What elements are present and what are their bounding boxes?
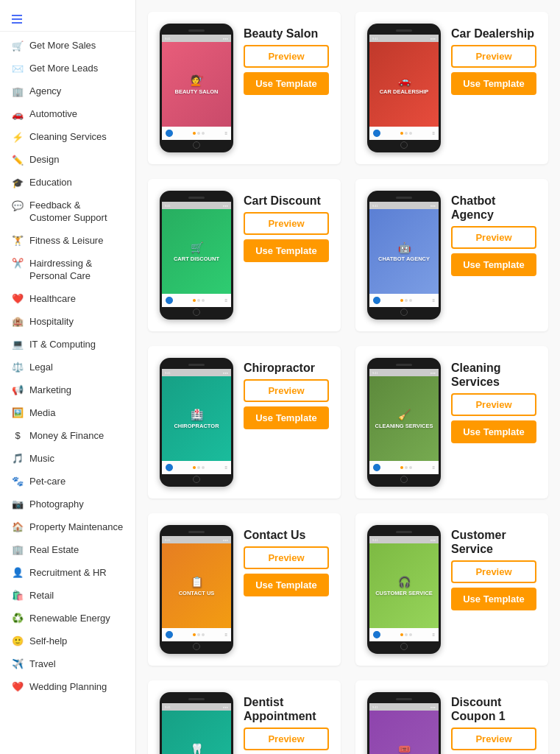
sidebar-item-feedback[interactable]: 💬 Feedback & Customer Support	[0, 194, 135, 230]
card-title-contact-us: Contact Us	[244, 528, 329, 542]
sidebar-item-get-more-leads[interactable]: ✉️ Get More Leads	[0, 57, 135, 80]
preview-button-beauty-salon[interactable]: Preview	[244, 45, 329, 68]
phone-speaker	[396, 364, 412, 366]
sidebar-item-music[interactable]: 🎵 Music	[0, 448, 135, 471]
use-template-button-customer-service[interactable]: Use Template	[451, 588, 536, 610]
phone-screen-chatbot-agency: 9:41 ●●● 🤖 CHATBOT AGENCY 👤 ≡	[369, 202, 439, 307]
sidebar-icon-media: 🖼️	[12, 408, 24, 420]
card-title-cart-discount: Cart Discount	[244, 194, 329, 208]
preview-button-chiropractor[interactable]: Preview	[244, 379, 329, 402]
sidebar-icon-recruitment: 👤	[12, 568, 24, 579]
sidebar-item-legal[interactable]: ⚖️ Legal	[0, 356, 135, 379]
use-template-button-cart-discount[interactable]: Use Template	[244, 239, 329, 262]
sidebar-icon-education: 🎓	[12, 177, 24, 189]
sidebar-item-education[interactable]: 🎓 Education	[0, 172, 135, 194]
sidebar-item-marketing[interactable]: 📢 Marketing	[0, 379, 135, 402]
sidebar-item-cleaning-services[interactable]: ⚡ Cleaning Services	[0, 126, 135, 149]
phone-screen-car-dealership: 9:41 ●●● 🚗 CAR DEALERSHIP 👤 ≡	[369, 35, 439, 140]
hero-icon-discount-coupon: 🎟️	[398, 743, 411, 755]
sidebar-label-music: Music	[29, 453, 54, 465]
phone-screen-header: 9:41 ●●●	[162, 35, 231, 42]
sidebar-item-healthcare[interactable]: ❤️ Healthcare	[0, 288, 135, 311]
hero-icon-cart-discount: 🛒	[191, 242, 203, 253]
sidebar-item-retail[interactable]: 🛍️ Retail	[0, 585, 135, 607]
preview-button-car-dealership[interactable]: Preview	[451, 45, 536, 68]
hero-icon-cleaning-services: 🧹	[398, 409, 411, 420]
sidebar-item-media[interactable]: 🖼️ Media	[0, 402, 135, 425]
use-template-button-beauty-salon[interactable]: Use Template	[244, 72, 329, 95]
phone-bottom-bar	[369, 474, 439, 485]
preview-button-dentist-appointment[interactable]: Preview	[244, 727, 329, 750]
card-title-car-dealership: Car Dealership	[451, 27, 536, 40]
sidebar-item-hospitality[interactable]: 🏨 Hospitality	[0, 311, 135, 334]
sidebar-item-renewable[interactable]: ♻️ Renewable Energy	[0, 607, 135, 630]
sidebar-item-self-help[interactable]: 🙂 Self-help	[0, 630, 135, 653]
hero-text-customer-service: CUSTOMER SERVICE	[375, 590, 433, 596]
sidebar-item-pet-care[interactable]: 🐾 Pet-care	[0, 471, 135, 493]
template-card-chiropractor: 9:41 ●●● 🏥 CHIROPRACTOR 👤 ≡	[148, 346, 341, 498]
preview-button-cleaning-services[interactable]: Preview	[451, 393, 536, 416]
sidebar-label-fitness: Fitness & Leisure	[29, 235, 103, 247]
sidebar-icon-photography: 📷	[12, 499, 24, 511]
sidebar-icon-get-more-sales: 🛒	[12, 40, 24, 52]
sidebar-label-travel: Travel	[29, 658, 56, 671]
sidebar-item-wedding[interactable]: ❤️ Wedding Planning	[0, 676, 135, 699]
sidebar-label-education: Education	[29, 177, 72, 189]
phone-footer-cart-discount: 👤 ≡	[162, 294, 231, 307]
phone-top-bar	[369, 360, 439, 369]
phone-screen-header: 9:41 ●●●	[369, 536, 439, 543]
sidebar-icon-marketing: 📢	[12, 385, 24, 397]
hero-text-car-dealership: CAR DEALERSHIP	[380, 88, 429, 95]
sidebar-item-property[interactable]: 🏠 Property Maintenance	[0, 516, 135, 539]
card-info-cart-discount: Cart Discount Preview Use Template	[244, 191, 329, 262]
sidebar-all-item[interactable]	[0, 7, 135, 32]
sidebar-item-photography[interactable]: 📷 Photography	[0, 493, 135, 516]
phone-screen-beauty-salon: 9:41 ●●● 💇 BEAUTY SALON 👤 ≡	[162, 35, 231, 140]
use-template-button-contact-us[interactable]: Use Template	[244, 574, 329, 596]
sidebar-item-agency[interactable]: 🏢 Agency	[0, 80, 135, 103]
use-template-button-chiropractor[interactable]: Use Template	[244, 406, 329, 429]
phone-dots-contact-us	[193, 633, 205, 636]
sidebar-icon-retail: 🛍️	[12, 591, 24, 602]
preview-button-chatbot-agency[interactable]: Preview	[451, 226, 536, 249]
phone-speaker	[396, 197, 412, 199]
phone-top-bar	[162, 26, 231, 35]
use-template-button-car-dealership[interactable]: Use Template	[451, 72, 536, 95]
phone-screen-chiropractor: 9:41 ●●● 🏥 CHIROPRACTOR 👤 ≡	[162, 369, 231, 474]
preview-button-discount-coupon[interactable]: Preview	[451, 727, 536, 750]
phone-avatar-contact-us: 👤	[166, 631, 173, 638]
sidebar-item-travel[interactable]: ✈️ Travel	[0, 653, 135, 676]
phone-footer-chiropractor: 👤 ≡	[162, 461, 231, 474]
phone-avatar-cart-discount: 👤	[166, 297, 173, 304]
phone-mockup-discount-coupon: 9:41 ●●● 🎟️ DISCOUNT COUPON 👤 ≡	[367, 692, 441, 754]
sidebar-item-design[interactable]: ✏️ Design	[0, 149, 135, 172]
sidebar-label-hospitality: Hospitality	[29, 316, 74, 328]
sidebar-label-real-estate: Real Estate	[29, 544, 79, 557]
sidebar-item-get-more-sales[interactable]: 🛒 Get More Sales	[0, 35, 135, 57]
sidebar-item-fitness[interactable]: 🏋️ Fitness & Leisure	[0, 230, 135, 253]
sidebar: 🛒 Get More Sales ✉️ Get More Leads 🏢 Age…	[0, 0, 136, 754]
sidebar-label-hairdressing: Hairdressing & Personal Care	[29, 258, 124, 283]
sidebar-icon-feedback: 💬	[12, 200, 24, 212]
sidebar-item-automotive[interactable]: 🚗 Automotive	[0, 103, 135, 126]
sidebar-item-money-finance[interactable]: $ Money & Finance	[0, 425, 135, 448]
use-template-button-chatbot-agency[interactable]: Use Template	[451, 253, 536, 276]
phone-hero-cleaning-services: 🧹 CLEANING SERVICES	[369, 376, 439, 461]
phone-mockup-beauty-salon: 9:41 ●●● 💇 BEAUTY SALON 👤 ≡	[160, 24, 233, 152]
phone-avatar-car-dealership: 👤	[373, 130, 380, 137]
phone-screen-contact-us: 9:41 ●●● 📋 CONTACT US 👤 ≡	[162, 536, 231, 641]
sidebar-label-get-more-sales: Get More Sales	[29, 40, 96, 52]
preview-button-customer-service[interactable]: Preview	[451, 560, 536, 583]
preview-button-cart-discount[interactable]: Preview	[244, 212, 329, 235]
card-title-chatbot-agency: Chatbot Agency	[451, 194, 536, 222]
phone-hero-chatbot-agency: 🤖 CHATBOT AGENCY	[369, 209, 439, 294]
sidebar-item-hairdressing[interactable]: ✂️ Hairdressing & Personal Care	[0, 253, 135, 288]
sidebar-item-real-estate[interactable]: 🏢 Real Estate	[0, 539, 135, 562]
sidebar-item-it-computing[interactable]: 💻 IT & Computing	[0, 334, 135, 356]
sidebar-item-recruitment[interactable]: 👤 Recruitment & HR	[0, 562, 135, 585]
phone-top-bar	[369, 694, 439, 703]
template-grid: 9:41 ●●● 💇 BEAUTY SALON 👤 ≡	[148, 12, 548, 754]
use-template-button-cleaning-services[interactable]: Use Template	[451, 420, 536, 443]
preview-button-contact-us[interactable]: Preview	[244, 546, 329, 569]
phone-home-btn	[400, 476, 408, 483]
